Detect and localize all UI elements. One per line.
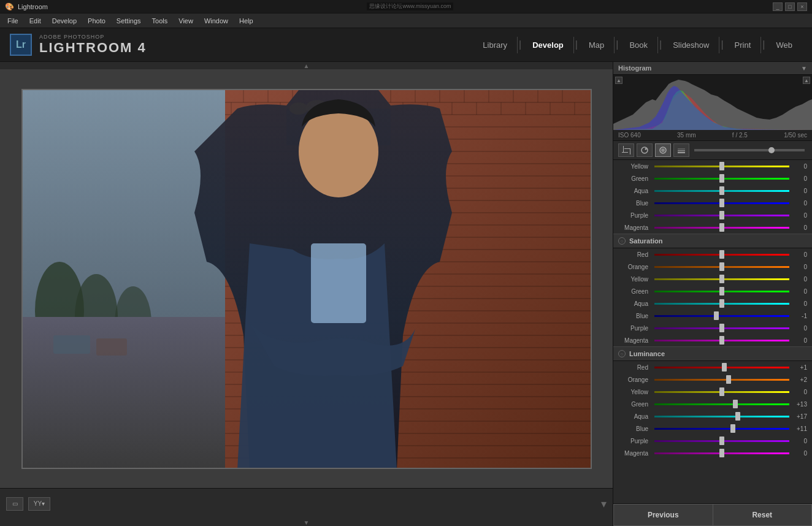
luminance-section-header[interactable]: ○ Luminance	[613, 346, 812, 361]
histogram-dropdown-icon[interactable]: ▼	[801, 65, 807, 72]
lum-green-track[interactable]	[654, 403, 789, 405]
nav-print[interactable]: Print	[725, 37, 762, 53]
sat-yellow-track[interactable]	[654, 278, 789, 280]
lum-red-thumb[interactable]	[722, 363, 727, 372]
sat-red-thumb[interactable]	[719, 250, 724, 259]
lum-blue-track[interactable]	[654, 428, 789, 430]
svg-rect-85	[678, 152, 685, 153]
sat-blue-thumb[interactable]	[714, 311, 719, 320]
sat-red-value: 0	[792, 251, 807, 258]
sat-magenta-track[interactable]	[654, 340, 789, 341]
sat-aqua-thumb[interactable]	[719, 299, 724, 308]
lum-red-track[interactable]	[654, 367, 789, 368]
histogram-header: Histogram ▼	[613, 62, 812, 75]
sat-orange-label: Orange	[618, 264, 652, 270]
lum-green-thumb[interactable]	[733, 400, 738, 408]
nav-web[interactable]: Web	[767, 37, 803, 53]
hue-yellow-track[interactable]	[654, 166, 789, 167]
hue-purple-row: Purple 0	[613, 209, 812, 221]
hue-green-thumb[interactable]	[719, 174, 724, 183]
tool-slider-thumb[interactable]	[768, 147, 775, 153]
lum-magenta-track[interactable]	[654, 452, 789, 454]
hue-magenta-thumb[interactable]	[719, 223, 724, 232]
nav-map[interactable]: Map	[579, 37, 615, 53]
sat-green-thumb[interactable]	[719, 287, 724, 295]
red-eye-tool[interactable]	[655, 143, 671, 157]
hue-magenta-track[interactable]	[654, 227, 789, 229]
lum-yellow-thumb[interactable]	[719, 387, 724, 396]
lum-blue-thumb[interactable]	[730, 424, 735, 433]
sat-purple-track[interactable]	[654, 327, 789, 329]
sat-blue-track[interactable]	[654, 315, 789, 317]
close-button[interactable]: ×	[797, 2, 807, 11]
lum-purple-thumb[interactable]	[719, 436, 724, 445]
reset-button[interactable]: Reset	[713, 504, 813, 526]
hue-blue-row: Blue 0	[613, 197, 812, 209]
panel-scroll[interactable]: Yellow 0 Green 0 Aqua	[613, 160, 812, 503]
hue-green-track[interactable]	[654, 178, 789, 180]
tool-slider-track[interactable]	[694, 149, 805, 151]
menu-help[interactable]: Help	[234, 16, 258, 26]
photo-background	[23, 90, 591, 468]
menu-settings[interactable]: Settings	[112, 16, 146, 26]
lum-magenta-thumb[interactable]	[719, 449, 724, 457]
header: Lr ADOBE PHOTOSHOP LIGHTROOM 4 Library |…	[0, 28, 812, 62]
hue-blue-thumb[interactable]	[719, 199, 724, 207]
menu-file[interactable]: File	[2, 16, 23, 26]
lum-purple-track[interactable]	[654, 440, 789, 442]
nav-slideshow[interactable]: Slideshow	[663, 37, 719, 53]
sat-orange-thumb[interactable]	[719, 262, 724, 271]
sat-green-track[interactable]	[654, 291, 789, 292]
app-subtitle: ADOBE PHOTOSHOP	[39, 34, 147, 40]
highlight-clip-indicator[interactable]: ▲	[803, 77, 810, 84]
sat-orange-track[interactable]	[654, 266, 789, 268]
sat-red-row: Red 0	[613, 248, 812, 261]
bottom-arrow[interactable]: ▼	[0, 519, 613, 526]
nav-library[interactable]: Library	[473, 37, 518, 53]
hue-purple-track[interactable]	[654, 215, 789, 216]
shadow-clip-indicator[interactable]: ▲	[615, 77, 622, 84]
window-controls: _ □ ×	[773, 2, 807, 11]
maximize-button[interactable]: □	[785, 2, 795, 11]
hue-green-label: Green	[618, 175, 652, 182]
menu-edit[interactable]: Edit	[25, 16, 46, 26]
flag-button[interactable]: YY▾	[28, 497, 50, 511]
sat-orange-row: Orange 0	[613, 261, 812, 273]
saturation-toggle[interactable]: ○	[618, 237, 626, 245]
photo-canvas	[0, 69, 613, 488]
lum-yellow-track[interactable]	[654, 391, 789, 393]
previous-button[interactable]: Previous	[613, 504, 713, 526]
hue-aqua-track[interactable]	[654, 190, 789, 192]
menu-view[interactable]: View	[174, 16, 198, 26]
hue-blue-track[interactable]	[654, 202, 789, 204]
sat-red-track[interactable]	[654, 254, 789, 256]
menu-photo[interactable]: Photo	[83, 16, 110, 26]
menu-tools[interactable]: Tools	[147, 16, 173, 26]
nav-book[interactable]: Book	[619, 37, 658, 53]
hue-yellow-thumb[interactable]	[719, 162, 724, 170]
sat-magenta-thumb[interactable]	[719, 336, 724, 345]
spot-removal-tool[interactable]	[637, 143, 653, 157]
menu-develop[interactable]: Develop	[47, 16, 82, 26]
lum-aqua-track[interactable]	[654, 416, 789, 417]
sat-blue-value: -1	[792, 313, 807, 319]
luminance-toggle[interactable]: ○	[618, 350, 626, 357]
sat-yellow-thumb[interactable]	[719, 275, 724, 283]
menu-window[interactable]: Window	[199, 16, 233, 26]
graduated-filter-tool[interactable]	[673, 143, 689, 157]
top-collapse-arrow[interactable]: ▲	[0, 62, 613, 69]
hue-aqua-thumb[interactable]	[719, 186, 724, 195]
hue-purple-thumb[interactable]	[719, 211, 724, 219]
filmstrip-toggle[interactable]: ▾	[601, 497, 607, 511]
sat-purple-thumb[interactable]	[719, 324, 724, 332]
sat-aqua-track[interactable]	[654, 303, 789, 305]
lum-orange-track[interactable]	[654, 379, 789, 381]
crop-tool[interactable]	[618, 143, 634, 157]
shutter-info: 1/50 sec	[784, 132, 807, 139]
view-mode-button[interactable]: ▭	[6, 497, 23, 511]
saturation-section-header[interactable]: ○ Saturation	[613, 234, 812, 248]
minimize-button[interactable]: _	[773, 2, 783, 11]
nav-develop[interactable]: Develop	[523, 37, 574, 53]
lum-orange-thumb[interactable]	[726, 375, 731, 384]
lum-aqua-thumb[interactable]	[735, 412, 740, 421]
